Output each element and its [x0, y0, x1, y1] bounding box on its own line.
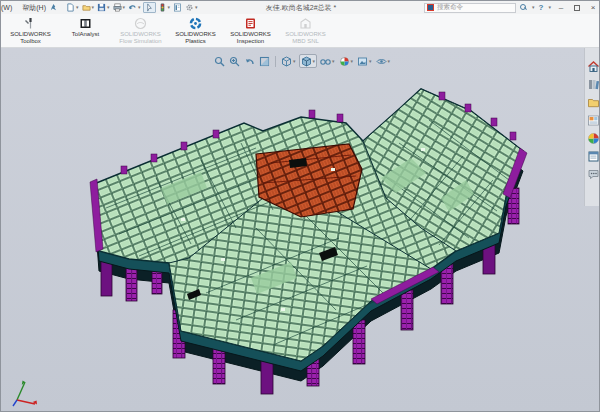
- mbd-snl-icon: [299, 17, 312, 30]
- help-icon[interactable]: ?: [539, 3, 544, 12]
- reference-triad: [5, 370, 45, 410]
- ribbon-tolanalyst-button[interactable]: TolAnalyst: [58, 16, 113, 47]
- hide-show-items-icon[interactable]: ▾: [319, 54, 336, 68]
- options-gear-icon[interactable]: ▾: [184, 2, 199, 13]
- minimize-button[interactable]: –: [555, 2, 567, 13]
- ribbon-addins: SOLIDWORKS Toolbox TolAnalyst SOLIDWORKS…: [1, 14, 600, 48]
- restore-button[interactable]: [571, 2, 583, 13]
- new-icon[interactable]: ▾: [65, 2, 80, 13]
- help-dropdown-chevron[interactable]: ▾: [548, 5, 551, 10]
- design-library-icon[interactable]: [587, 78, 600, 91]
- solidworks-logo-icon: [427, 4, 434, 11]
- zoom-to-area-icon[interactable]: [228, 54, 241, 68]
- model-3d-view[interactable]: [1, 48, 600, 412]
- file-explorer-icon[interactable]: [587, 96, 600, 109]
- plastics-icon: [189, 17, 202, 30]
- previous-view-icon[interactable]: [243, 54, 256, 68]
- inspection-icon: [244, 17, 257, 30]
- appearances-scenes-icon[interactable]: [587, 132, 600, 145]
- view-palette-icon[interactable]: [587, 114, 600, 127]
- tolanalyst-icon: [79, 17, 92, 30]
- pin-icon[interactable]: [50, 4, 57, 11]
- search-icon[interactable]: [520, 4, 527, 11]
- undo-icon[interactable]: ▾: [127, 2, 142, 13]
- print-icon[interactable]: ▾: [112, 2, 127, 13]
- solidworks-forum-icon[interactable]: [587, 168, 600, 181]
- title-bar: 窗口(W) 帮助(H) ▾ ▾ ▾ ▾ ▾ ▾ ▾ 友佳.欧尚名城2#总装 * …: [1, 1, 600, 14]
- view-orientation-icon[interactable]: ▾: [280, 54, 297, 68]
- menu-window[interactable]: 窗口(W): [0, 3, 14, 13]
- rebuild-traffic-light-icon[interactable]: ▾: [157, 2, 172, 13]
- menu-help[interactable]: 帮助(H): [20, 3, 48, 13]
- ribbon-mbd-snl-button[interactable]: SOLIDWORKS MBD SNL: [278, 16, 333, 47]
- solidworks-window: 窗口(W) 帮助(H) ▾ ▾ ▾ ▾ ▾ ▾ ▾ 友佳.欧尚名城2#总装 * …: [0, 0, 600, 412]
- open-icon[interactable]: ▾: [81, 2, 96, 13]
- quick-access-toolbar: ▾ ▾ ▾ ▾ ▾ ▾ ▾: [65, 2, 199, 13]
- titlebar-right: 搜索命令 ▾ ?▾ – ×: [424, 1, 599, 14]
- ribbon-plastics-button[interactable]: SOLIDWORKS Plastics: [168, 16, 223, 47]
- ribbon-inspection-button[interactable]: SOLIDWORKS Inspection: [223, 16, 278, 47]
- graphics-viewport[interactable]: ▾ ▾ ▾ ▾ ▾ ▾: [1, 48, 600, 412]
- search-placeholder: 搜索命令: [437, 3, 513, 12]
- task-pane-tabs: [584, 48, 600, 206]
- toolbox-icon: [24, 17, 37, 30]
- custom-properties-icon[interactable]: [587, 150, 600, 163]
- edit-appearance-icon[interactable]: ▾: [338, 54, 355, 68]
- flow-simulation-icon: [134, 17, 147, 30]
- headsup-toolbar: ▾ ▾ ▾ ▾ ▾ ▾: [213, 54, 391, 68]
- close-button[interactable]: ×: [587, 2, 599, 13]
- search-commands-box[interactable]: 搜索命令: [424, 3, 516, 13]
- save-icon[interactable]: ▾: [96, 2, 111, 13]
- view-settings-icon[interactable]: ▾: [375, 54, 392, 68]
- solidworks-resources-icon[interactable]: [587, 60, 600, 73]
- file-properties-icon[interactable]: [172, 2, 183, 13]
- ribbon-toolbox-button[interactable]: SOLIDWORKS Toolbox: [3, 16, 58, 47]
- select-icon[interactable]: [143, 2, 156, 13]
- search-dropdown-chevron[interactable]: ▾: [532, 5, 535, 10]
- display-style-icon[interactable]: ▾: [299, 54, 318, 68]
- ribbon-flow-simulation-button[interactable]: SOLIDWORKS Flow Simulation: [113, 16, 168, 47]
- headsup-separator: [275, 56, 276, 67]
- apply-scene-icon[interactable]: ▾: [356, 54, 373, 68]
- section-view-icon[interactable]: [258, 54, 271, 68]
- menu-bar: 窗口(W) 帮助(H): [0, 3, 48, 13]
- zoom-to-fit-icon[interactable]: [213, 54, 226, 68]
